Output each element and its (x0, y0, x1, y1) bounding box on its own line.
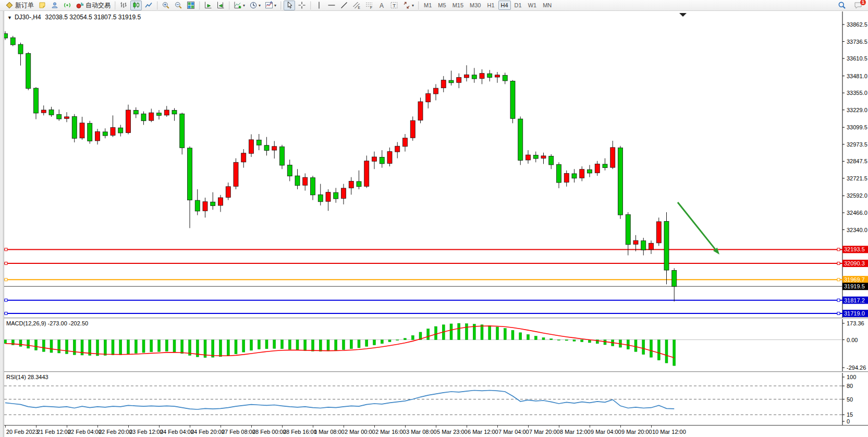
line-right-handle[interactable] (837, 278, 840, 281)
time-axis-label: 7 Mar 20:00 (529, 429, 560, 435)
macd-histogram-bar (165, 340, 168, 351)
line-right-handle[interactable] (837, 262, 840, 265)
auto-scroll-button[interactable] (202, 1, 214, 10)
macd-histogram-bar (458, 323, 460, 339)
signals-button[interactable] (62, 1, 73, 10)
candle-body (164, 110, 169, 115)
candle-body (72, 116, 77, 138)
vline-button[interactable] (313, 1, 325, 10)
line-right-handle[interactable] (837, 248, 840, 251)
candle-body (211, 202, 215, 205)
chart-shift-marker-icon[interactable] (679, 13, 687, 17)
line-right-handle[interactable] (837, 312, 840, 315)
macd-histogram-bar (158, 340, 161, 352)
dropdown-caret-icon[interactable]: ▾ (243, 3, 245, 8)
candle-body (664, 221, 669, 270)
chart-shift-button[interactable] (215, 1, 226, 10)
price-level-label: 31817.2 (844, 297, 865, 304)
rsi-tick-label: 100 (847, 374, 856, 380)
macd-histogram-bar (35, 340, 38, 350)
candle-body (272, 147, 277, 150)
text-button[interactable]: A (376, 1, 387, 10)
arrows-button[interactable]: ▾ (401, 1, 415, 10)
cursor-button[interactable] (284, 1, 295, 10)
search-button[interactable] (836, 1, 848, 10)
line-chart-button[interactable] (143, 1, 154, 10)
price-tick-label: 33481.0 (847, 73, 867, 79)
dropdown-caret-icon[interactable]: ▾ (274, 3, 276, 8)
candle-body (34, 88, 39, 113)
zoom-in-button[interactable] (160, 1, 172, 10)
templates-button[interactable]: ▾ (263, 1, 278, 10)
order-ticket-button[interactable]: 新订单 (4, 1, 35, 10)
timeframe-D1[interactable]: D1 (512, 1, 524, 10)
text-label-button[interactable]: T (388, 1, 400, 10)
bar-chart-button[interactable] (118, 1, 129, 10)
candle-body (610, 148, 615, 167)
candle-body (633, 240, 638, 244)
macd-histogram-bar (534, 336, 537, 340)
price-tick-label: 32721.5 (847, 175, 867, 181)
macd-histogram-bar (312, 340, 314, 351)
price-tick-label: 33610.5 (847, 55, 867, 62)
time-tick-mark (436, 426, 436, 428)
time-axis[interactable]: 20 Feb 202321 Feb 12:0022 Feb 04:0022 Fe… (4, 425, 868, 437)
tile-windows-button[interactable] (185, 1, 197, 10)
candle-body (588, 169, 592, 173)
candle-body (510, 81, 515, 118)
hline-button[interactable] (326, 1, 337, 10)
candlestick-chart[interactable]: 33862.533736.533610.533481.033355.033229… (4, 11, 868, 318)
rsi-tick-label: 15 (847, 411, 853, 418)
rsi-panel[interactable]: RSI(14) 28.3443 1008050150 (4, 373, 868, 425)
notifications-button[interactable]: 1 (852, 1, 864, 10)
price-chart-panel[interactable]: ▼DJ30-,H432038.5 32054.5 31807.5 31919.5… (4, 11, 868, 318)
time-tick-mark (36, 426, 36, 428)
indicators-button[interactable]: ▾ (232, 1, 247, 10)
line-left-handle[interactable] (5, 299, 7, 301)
accounts-button[interactable] (49, 1, 60, 10)
toolbar-group: EFAT▾ (310, 0, 418, 11)
timeframe-H1[interactable]: H1 (484, 1, 497, 10)
channel-button[interactable]: E (351, 1, 362, 10)
auto-trading-button[interactable]: 自动交易 (74, 1, 112, 10)
macd-histogram-bar (127, 340, 130, 354)
macd-histogram-bar (296, 340, 299, 350)
candle-body (180, 114, 185, 148)
fibonacci-button[interactable]: F (363, 1, 375, 10)
auto-trading-label: 自动交易 (85, 1, 111, 10)
order-ticket-icon (5, 1, 14, 9)
timeframe-M15[interactable]: M15 (450, 1, 466, 10)
candle-body (426, 93, 431, 102)
one-click-trading-arrow[interactable]: ▼ (7, 15, 12, 20)
trendline-button[interactable] (338, 1, 350, 10)
channel-icon: E (352, 1, 361, 9)
line-left-handle[interactable] (5, 248, 7, 251)
dropdown-caret-icon[interactable]: ▾ (412, 3, 414, 8)
timeframe-M1[interactable]: M1 (421, 1, 434, 10)
periods-button[interactable]: ▾ (248, 1, 262, 10)
price-level-label: 31969.7 (844, 276, 865, 283)
timeframe-W1[interactable]: W1 (525, 1, 540, 10)
candlestick-button[interactable] (130, 1, 142, 10)
sticky-note-button[interactable] (36, 1, 48, 10)
crosshair-button[interactable] (296, 1, 308, 10)
line-left-handle[interactable] (5, 312, 7, 315)
line-left-handle[interactable] (5, 278, 7, 281)
line-right-handle[interactable] (837, 299, 840, 301)
macd-chart[interactable]: 173.360.00-294.26 (4, 319, 868, 371)
trend-arrow-line[interactable] (678, 202, 715, 249)
zoom-out-button[interactable] (173, 1, 184, 10)
timeframe-M5[interactable]: M5 (435, 1, 448, 10)
timeframe-H4[interactable]: H4 (498, 1, 511, 10)
line-left-handle[interactable] (5, 262, 7, 265)
timeframe-MN[interactable]: MN (540, 1, 554, 10)
candle-body (111, 128, 115, 136)
timeframe-M30[interactable]: M30 (467, 1, 483, 10)
candle-body (95, 131, 100, 141)
macd-histogram-bar (304, 340, 307, 351)
rsi-chart[interactable]: 1008050150 (4, 373, 868, 425)
dropdown-caret-icon[interactable]: ▾ (259, 3, 261, 8)
macd-panel[interactable]: MACD(12,26,9) -273.00 -202.50 173.360.00… (4, 319, 868, 371)
macd-histogram-bar (227, 340, 229, 356)
price-tick-label: 32466.0 (847, 210, 867, 216)
